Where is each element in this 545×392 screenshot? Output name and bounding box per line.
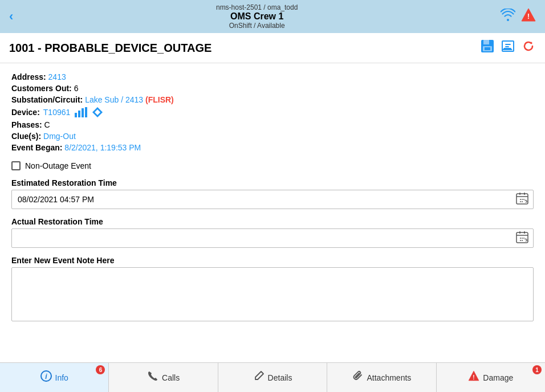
header-center: nms-host-2501 / oma_todd OMS Crew 1 OnSh… (13, 3, 501, 30)
phases-row: Phases: C (11, 120, 534, 129)
art-input-wrap (11, 228, 534, 248)
substation-row: Substation/Circuit: Lake Sub / 2413 (FLI… (11, 95, 534, 104)
nav-attachments-label: Attachments (367, 373, 412, 382)
flisr-badge: (FLISR) (145, 95, 174, 104)
device-navigate-icon[interactable] (92, 107, 103, 118)
svg-rect-2 (483, 40, 489, 44)
main-content: Address: 2413 Customers Out: 6 Substatio… (0, 63, 545, 362)
clues-value[interactable]: Dmg-Out (43, 132, 76, 141)
crew-label: OMS Crew 1 (13, 11, 501, 22)
nav-info-label: Info (55, 373, 68, 382)
damage-alert-icon: ! (468, 370, 479, 385)
nav-item-details[interactable]: Details (218, 363, 327, 392)
svg-point-23 (522, 240, 523, 241)
address-label: Address: (11, 72, 46, 81)
event-row: Event Began: 8/2/2021, 1:19:53 PM (11, 143, 534, 152)
clues-label: Clue(s): (11, 132, 41, 141)
nav-item-attachments[interactable]: Attachments (327, 363, 436, 392)
svg-point-12 (522, 199, 523, 200)
svg-rect-9 (519, 193, 520, 195)
address-row: Address: 2413 (11, 72, 534, 81)
clues-row: Clue(s): Dmg-Out (11, 132, 534, 141)
ert-input-wrap (11, 190, 534, 209)
bottom-nav: i Info 6 Calls Details Attachments (0, 362, 545, 392)
upload-button[interactable] (501, 39, 515, 57)
phases-label: Phases: (11, 120, 42, 129)
title-actions (480, 39, 536, 57)
page-title: 1001 - PROBABLE_DEVICE_OUTAGE (9, 42, 212, 55)
svg-rect-10 (524, 193, 525, 195)
svg-point-19 (520, 238, 521, 239)
info-badge: 6 (96, 365, 105, 374)
title-bar: 1001 - PROBABLE_DEVICE_OUTAGE (0, 33, 545, 63)
nav-details-label: Details (268, 373, 292, 382)
substation-label: Substation/Circuit: (11, 95, 83, 104)
svg-text:!: ! (473, 374, 475, 381)
device-bars-icon[interactable] (75, 107, 87, 117)
host-label: nms-host-2501 / oma_todd (13, 3, 501, 11)
device-row: Device: T10961 (11, 107, 534, 118)
info-icon: i (40, 370, 52, 385)
art-label: Actual Restoration Time (11, 217, 534, 226)
non-outage-checkbox[interactable] (11, 161, 21, 170)
device-label: Device: (11, 108, 40, 117)
pencil-icon (253, 370, 265, 385)
customers-row: Customers Out: 6 (11, 84, 534, 93)
phases-value: C (44, 120, 50, 129)
back-button[interactable]: ‹ (9, 9, 13, 24)
nav-item-damage[interactable]: ! Damage 1 (437, 363, 545, 392)
non-outage-label[interactable]: Non-Outage Event (25, 161, 91, 170)
event-label: Event Began: (11, 143, 62, 152)
device-value[interactable]: T10961 (43, 108, 70, 117)
note-group: Enter New Event Note Here (11, 256, 534, 321)
header: ‹ nms-host-2501 / oma_todd OMS Crew 1 On… (0, 0, 545, 33)
status-label: OnShift / Available (13, 22, 501, 30)
save-button[interactable] (480, 39, 495, 57)
svg-point-20 (522, 238, 523, 239)
customers-num: 6 (74, 84, 79, 93)
svg-point-14 (520, 201, 521, 202)
art-calendar-icon[interactable] (516, 231, 528, 246)
svg-rect-17 (519, 231, 520, 234)
svg-point-15 (522, 201, 523, 202)
art-input[interactable] (12, 229, 533, 247)
wifi-icon (501, 9, 515, 24)
substation-value[interactable]: Lake Sub / 2413 (85, 95, 145, 104)
svg-rect-4 (485, 47, 490, 50)
address-value[interactable]: 2413 (48, 72, 66, 81)
svg-rect-18 (524, 231, 525, 234)
damage-badge: 1 (532, 365, 542, 374)
svg-point-11 (520, 199, 521, 200)
note-textarea-wrap (11, 267, 534, 321)
nav-item-info[interactable]: i Info 6 (0, 363, 109, 392)
svg-point-22 (520, 240, 521, 241)
non-outage-row: Non-Outage Event (11, 161, 534, 170)
nav-item-calls[interactable]: Calls (109, 363, 218, 392)
ert-label: Estimated Restoration Time (11, 178, 534, 187)
customers-label: Customers Out: (11, 84, 72, 93)
svg-text:i: i (45, 373, 47, 381)
svg-point-13 (523, 199, 524, 200)
art-group: Actual Restoration Time (11, 217, 534, 248)
note-textarea[interactable] (12, 268, 533, 319)
alert-header-icon[interactable]: ! (521, 8, 536, 25)
svg-text:!: ! (527, 12, 530, 21)
refresh-button[interactable] (521, 39, 536, 57)
nav-calls-label: Calls (162, 373, 180, 382)
ert-group: Estimated Restoration Time (11, 178, 534, 209)
info-section: Address: 2413 Customers Out: 6 Substatio… (11, 72, 534, 152)
clip-icon (352, 370, 364, 385)
header-icons: ! (501, 8, 536, 25)
ert-input[interactable] (12, 190, 533, 209)
ert-calendar-icon[interactable] (516, 192, 528, 207)
event-value: 8/2/2021, 1:19:53 PM (64, 143, 141, 152)
svg-point-21 (523, 238, 524, 239)
phone-icon (147, 370, 158, 385)
nav-damage-label: Damage (483, 373, 513, 382)
note-label: Enter New Event Note Here (11, 256, 534, 265)
